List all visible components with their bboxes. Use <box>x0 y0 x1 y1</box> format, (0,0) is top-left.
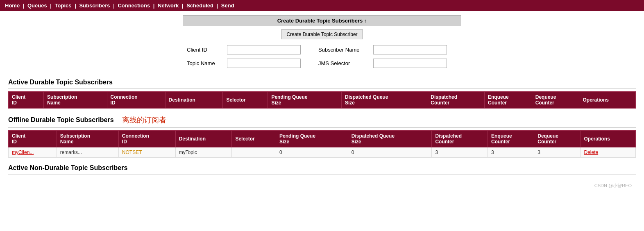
destination-cell: myTopic <box>175 147 232 158</box>
enqueue-counter-cell: 3 <box>488 147 534 158</box>
active-durable-section: Active Durable Topic Subscribers ClientI… <box>8 79 636 109</box>
nav-separator: | <box>182 2 185 9</box>
col-dispatched-queue-size: Dispatched QueueSize <box>342 92 427 109</box>
client-id-input[interactable] <box>227 45 301 54</box>
delete-link[interactable]: Delete <box>584 149 598 155</box>
col-pending-queue-size: Pending QueueSize <box>268 92 342 109</box>
create-btn-row: Create Durable Topic Subscriber <box>183 29 461 39</box>
subscriber-name-input[interactable] <box>373 45 447 54</box>
col-connection-id: ConnectionID <box>107 92 165 109</box>
create-header[interactable]: Create Durable Topic Subscribers ↑ <box>183 15 461 26</box>
pending-queue-size-cell: 0 <box>276 147 348 158</box>
col-operations: Operations <box>581 131 636 147</box>
col-subscription-name: SubscriptionName <box>44 92 107 109</box>
active-non-durable-section: Active Non-Durable Topic Subscribers <box>8 164 636 174</box>
create-form-table: Client ID Subscriber Name Topic Name JMS… <box>183 43 461 70</box>
jms-selector-input[interactable] <box>373 59 447 68</box>
subscriber-name-label: Subscriber Name <box>315 43 369 56</box>
col-client-id: ClientID <box>9 92 44 109</box>
nav-separator: | <box>23 2 26 9</box>
offline-durable-table: ClientID SubscriptionName ConnectionID D… <box>8 130 636 158</box>
nav-separator: | <box>217 2 220 9</box>
subscription-name-cell: remarks... <box>57 147 118 158</box>
offline-chinese-note: 离线的订阅者 <box>122 115 166 125</box>
col-dispatched-queue-size: Dispatched QueueSize <box>348 131 432 147</box>
nav-home[interactable]: Home <box>5 2 20 9</box>
dispatched-counter-cell: 3 <box>432 147 488 158</box>
col-dequeue-counter: DequeueCounter <box>534 131 581 147</box>
col-enqueue-counter: EnqueueCounter <box>485 92 532 109</box>
client-id-link[interactable]: myClien... <box>12 149 34 155</box>
col-enqueue-counter: EnqueueCounter <box>488 131 534 147</box>
col-dispatched-counter: DispatchedCounter <box>432 131 488 147</box>
topic-name-label: Topic Name <box>184 57 223 70</box>
footer-note: CSDN @小智REO <box>8 183 636 189</box>
col-connection-id: ConnectionID <box>118 131 175 147</box>
nav-network[interactable]: Network <box>158 2 179 9</box>
col-client-id: ClientID <box>9 131 57 147</box>
nav-queues[interactable]: Queues <box>27 2 47 9</box>
col-pending-queue-size: Pending QueueSize <box>276 131 348 147</box>
col-selector: Selector <box>232 131 276 147</box>
col-operations: Operations <box>579 92 636 109</box>
selector-cell <box>232 147 276 158</box>
col-dequeue-counter: DequeueCounter <box>532 92 579 109</box>
col-dispatched-counter: DispatchedCounter <box>427 92 485 109</box>
col-selector: Selector <box>223 92 268 109</box>
dispatched-queue-size-cell: 0 <box>348 147 432 158</box>
offline-durable-heading: Offline Durable Topic Subscribers <box>8 116 114 124</box>
col-destination: Destination <box>175 131 232 147</box>
active-non-durable-heading: Active Non-Durable Topic Subscribers <box>8 164 636 172</box>
nav-separator: | <box>50 2 53 9</box>
nav-topics[interactable]: Topics <box>55 2 72 9</box>
create-header-text: Create Durable Topic Subscribers ↑ <box>277 18 367 24</box>
create-durable-subscriber-button[interactable]: Create Durable Topic Subscriber <box>281 29 363 39</box>
nav-send[interactable]: Send <box>221 2 234 9</box>
dequeue-counter-cell: 3 <box>534 147 581 158</box>
nav-connections[interactable]: Connections <box>118 2 150 9</box>
col-destination: Destination <box>165 92 223 109</box>
topic-name-input[interactable] <box>227 59 301 68</box>
create-section: Create Durable Topic Subscribers ↑ Creat… <box>183 15 461 70</box>
active-durable-heading: Active Durable Topic Subscribers <box>8 79 636 86</box>
main-content: Create Durable Topic Subscribers ↑ Creat… <box>0 11 644 193</box>
nav-subscribers[interactable]: Subscribers <box>79 2 110 9</box>
nav-scheduled[interactable]: Scheduled <box>186 2 213 9</box>
jms-selector-label: JMS Selector <box>315 57 369 70</box>
nav-separator: | <box>75 2 77 9</box>
offline-durable-section: Offline Durable Topic Subscribers 离线的订阅者… <box>8 115 636 158</box>
navbar: Home | Queues | Topics | Subscribers | C… <box>0 0 644 11</box>
col-subscription-name: SubscriptionName <box>57 131 118 147</box>
nav-separator: | <box>113 2 116 9</box>
table-row: myClien... remarks... NOTSET myTopic 0 0… <box>9 147 636 158</box>
client-id-label: Client ID <box>184 43 223 56</box>
nav-separator: | <box>153 2 156 9</box>
connection-id-cell: NOTSET <box>118 147 175 158</box>
active-durable-table: ClientID SubscriptionName ConnectionID D… <box>8 91 636 109</box>
